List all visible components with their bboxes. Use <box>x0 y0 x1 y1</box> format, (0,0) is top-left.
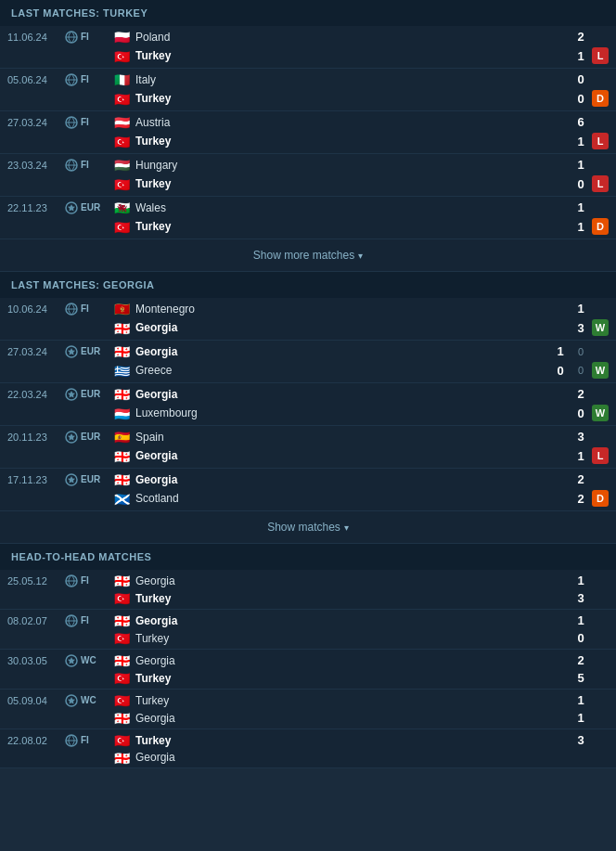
show-more-button[interactable]: Show matches▾ <box>0 511 616 544</box>
show-more-label: Show matches <box>267 521 340 534</box>
match-date: 20.11.23 <box>7 432 61 443</box>
team-name: Poland <box>135 31 170 44</box>
team-flag: 🇹🇷 <box>114 694 131 706</box>
table-row: 27.03.24 FI🇦🇹Austria6 <box>0 111 616 131</box>
match-pair: 22.03.24 EUR🇬🇪Georgia2🇱🇺Luxembourg0W <box>0 383 616 426</box>
section-georgia: LAST MATCHES: GEORGIA10.06.24 FI🇲🇪Monten… <box>0 272 616 544</box>
score-value: 0 <box>573 72 588 86</box>
score-value: 1 <box>573 158 588 172</box>
match-date: 08.02.07 <box>7 615 61 626</box>
team-flag: 🇹🇷 <box>114 734 131 746</box>
team-name: Wales <box>135 201 166 214</box>
score-value: 1 <box>573 711 588 725</box>
score-area: 0 <box>573 72 588 86</box>
match-pair: 25.05.12 FI🇬🇪Georgia1🇹🇷Turkey3 <box>0 570 616 610</box>
table-row: 27.03.24 EUR🇬🇪Georgia10 <box>0 341 616 360</box>
team-info: 🇦🇹Austria <box>114 116 573 129</box>
team-name: Hungary <box>135 159 177 172</box>
match-competition: EUR <box>65 388 116 401</box>
score-area: 5 <box>573 671 588 685</box>
score-value: 0 <box>573 631 588 645</box>
match-pair: 17.11.23 EUR🇬🇪Georgia2🏴󠁧󠁢󠁳󠁣󠁴󠁿Scotland2D <box>0 469 616 511</box>
comp-label: FI <box>81 32 89 42</box>
table-row: 05.06.24 FI🇮🇹Italy0 <box>0 69 616 88</box>
team-name: Turkey <box>135 592 171 605</box>
match-pair: 05.06.24 FI🇮🇹Italy0🇹🇷Turkey0D <box>0 69 616 111</box>
match-date: 22.08.02 <box>7 735 61 746</box>
show-more-label: Show more matches <box>253 249 354 262</box>
team-name: Austria <box>135 116 170 129</box>
comp-label: WC <box>81 695 96 705</box>
score-value: 2 <box>573 653 588 667</box>
comp-label: WC <box>81 655 96 665</box>
table-row: 🇹🇷Turkey0D <box>0 88 616 111</box>
team-flag: 🇬🇪 <box>114 752 131 764</box>
team-flag: 🇮🇹 <box>114 73 131 85</box>
match-competition: FI <box>65 31 116 44</box>
team-name: Turkey <box>135 672 171 685</box>
team-name: Georgia <box>135 614 177 627</box>
team-name: Georgia <box>135 712 175 725</box>
section-header-h2h: HEAD-TO-HEAD MATCHES <box>0 544 616 570</box>
match-date: 22.03.24 <box>7 389 61 400</box>
team-info: 🏴󠁧󠁢󠁳󠁣󠁴󠁿Scotland <box>114 492 573 505</box>
section-h2h: HEAD-TO-HEAD MATCHES25.05.12 FI🇬🇪Georgia… <box>0 544 616 768</box>
result-badge: D <box>592 490 609 507</box>
team-flag: 🇬🇪 <box>114 574 131 587</box>
score-value: 2 <box>573 492 588 506</box>
table-row: 11.06.24 FI🇵🇱Poland2 <box>0 26 616 45</box>
team-flag: 🇱🇺 <box>114 407 131 419</box>
comp-label: FI <box>81 303 89 314</box>
score-area: 3 <box>573 321 588 335</box>
team-flag: 🏴󠁧󠁢󠁷󠁬󠁳󠁿 <box>114 201 131 213</box>
match-pair: 22.08.02 FI🇹🇷Turkey3🇬🇪Georgia <box>0 729 616 768</box>
match-pair: 08.02.07 FI🇬🇪Georgia1🇹🇷Turkey0 <box>0 610 616 650</box>
match-date: 27.03.24 <box>7 346 61 357</box>
match-competition: FI <box>65 116 116 129</box>
team-info: 🇬🇪Georgia <box>114 654 573 667</box>
team-flag: 🇬🇪 <box>114 654 131 666</box>
show-more-button[interactable]: Show more matches▾ <box>0 239 616 272</box>
table-row: 🇹🇷Turkey0 <box>0 629 616 650</box>
team-name: Turkey <box>135 92 171 105</box>
date-comp-cell: 10.06.24 FI <box>7 303 114 316</box>
team-info: 🇬🇪Georgia <box>114 388 573 401</box>
score-value: 1 <box>573 693 588 707</box>
match-pair: 05.09.04 WC🇹🇷Turkey1🇬🇪Georgia1 <box>0 690 616 729</box>
date-comp-cell: 05.09.04 WC <box>7 694 114 707</box>
result-badge: W <box>592 405 609 421</box>
score-value: 6 <box>573 115 588 129</box>
app-container: LAST MATCHES: TURKEY11.06.24 FI🇵🇱Poland2… <box>0 0 616 768</box>
team-info: 🇪🇸Spain <box>114 431 573 444</box>
score-value: 3 <box>573 430 588 444</box>
score-value: 1 <box>573 302 588 316</box>
table-row: 10.06.24 FI🇲🇪Montenegro1 <box>0 298 616 317</box>
result-badge: D <box>592 90 609 107</box>
team-info: 🏴󠁧󠁢󠁷󠁬󠁳󠁿Wales <box>114 201 573 214</box>
score-area: 1 <box>573 135 588 148</box>
score-value: 1 <box>573 220 588 234</box>
score-extra: 0 <box>573 365 588 376</box>
team-flag: 🇬🇪 <box>114 614 131 626</box>
team-name: Turkey <box>135 49 171 62</box>
match-competition: EUR <box>65 431 116 444</box>
date-comp-cell: 22.11.23 EUR <box>7 201 114 214</box>
match-date: 27.03.24 <box>7 117 61 128</box>
comp-label: FI <box>81 160 89 170</box>
team-info: 🇬🇪Georgia <box>114 614 573 627</box>
score-value: 1 <box>573 49 588 63</box>
team-flag: 🇬🇪 <box>114 450 131 462</box>
match-date: 25.05.12 <box>7 575 61 587</box>
team-info: 🇱🇺Luxembourg <box>114 406 573 419</box>
team-name: Montenegro <box>135 303 195 316</box>
match-pair: 27.03.24 EUR🇬🇪Georgia10🇬🇷Greece00W <box>0 341 616 383</box>
team-flag: 🇹🇷 <box>114 50 131 62</box>
team-info: 🇹🇷Turkey <box>114 592 573 605</box>
score-value: 0 <box>553 364 568 378</box>
table-row: 22.11.23 EUR🏴󠁧󠁢󠁷󠁬󠁳󠁿Wales1 <box>0 197 616 216</box>
table-row: 🇬🇪Georgia3W <box>0 317 616 341</box>
match-date: 23.03.24 <box>7 160 61 171</box>
result-badge: L <box>592 447 609 464</box>
team-name: Scotland <box>135 492 179 505</box>
score-area: 1 <box>573 574 588 587</box>
